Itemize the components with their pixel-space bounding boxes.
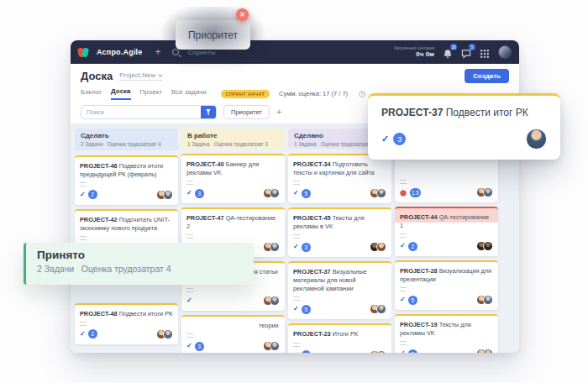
assignee-avatars [370,188,386,198]
accepted-meta: 2 Задачи Оценка трудозатрат 4 [37,264,243,274]
task-card[interactable]: PROJECT-48 Подвести итоги РК 2 [75,303,178,344]
assignee-avatars [476,349,493,353]
checkmark-icon [293,352,299,354]
time-tracker-value: 0ч 0м [394,50,434,59]
description-icon [80,236,87,240]
assignee-avatars [263,296,280,306]
avatar [270,341,280,351]
estimate-badge: 5 [408,349,417,353]
add-filter-icon[interactable] [276,108,281,117]
task-card[interactable]: PROJECT-28 Визуализация для презентации … [395,260,498,310]
card-title: PROJECT-23 Итоги РК [293,330,386,338]
search-box [81,105,217,119]
column-header[interactable]: В работе 1 Задача Оценка трудозатрат 3 [181,129,285,149]
column-done: Сделано 1 Задача Оценка трудозатрат PROJ… [288,129,391,353]
app-logo-icon [78,47,89,58]
checkmark-icon [400,350,406,353]
column-todo: Сделать 2 Задачи Оценка трудозатрат 4 PR… [75,129,178,353]
apps-grid-button[interactable] [480,47,490,57]
avatar [270,242,280,252]
card-title: PROJECT-19 Тексты для рекламы VK [400,321,493,338]
notifications-button[interactable]: 26 [443,47,453,57]
task-card[interactable]: PROJECT-37 Визуальные материалы для ново… [288,261,391,319]
priority-filter-chip[interactable]: Приоритет [223,105,270,119]
description-icon [80,182,87,186]
user-avatar[interactable] [498,45,512,59]
avatar [483,187,493,197]
tab-project[interactable]: Проект [140,88,162,99]
avatar [376,188,386,198]
avatar [376,304,386,314]
avatar [163,329,173,339]
time-tracker[interactable]: Затрачено сегодня 0ч 0м [394,45,434,60]
checkmark-icon [186,190,192,197]
avatar [483,349,493,353]
task-card[interactable]: PROJECT-45 Тексты для рекламы в VK 3 [288,207,391,257]
tab-backlog[interactable]: Бэклог [81,88,102,99]
assignee-avatars [370,304,386,314]
time-tracker-label: Затрачено сегодня [394,45,434,51]
avatar [270,296,280,306]
help-icon[interactable] [359,91,365,97]
blocker-icon [401,191,406,196]
description-icon [186,181,193,185]
create-button[interactable]: Создать [465,69,509,83]
assignee-avatars [370,350,386,354]
accepted-title: Принято [37,249,243,261]
description-icon [400,180,407,184]
task-card[interactable]: PROJECT-34 Подготовить тексты и картинки… [288,154,391,203]
task-popup[interactable]: PROJECT-37 Подвести итог РК 3 [368,93,560,160]
task-card[interactable]: PROJECT-19 Тексты для рекламы VK 5 [395,314,498,353]
avatar [376,350,386,354]
close-icon[interactable] [236,8,249,21]
tab-board[interactable]: Доска [111,87,130,100]
description-icon [400,341,407,345]
card-title: теории [186,322,280,330]
funnel-icon [206,109,211,116]
task-card[interactable]: 1.5 [395,154,498,202]
column-header[interactable]: Сделать 2 Задачи Оценка трудозатрат 4 [75,129,178,150]
priority-tooltip: Приоритет [176,20,250,50]
description-icon [80,322,87,326]
project-selector[interactable]: Project.New [119,71,162,81]
estimate-badge: 3 [302,243,311,252]
checkmark-icon [293,244,299,250]
popup-title: PROJECT-37 Подвести итог РК [381,107,547,118]
checkmark-icon [400,243,406,249]
checkmark-icon [293,190,299,197]
app-name: Аспро.Agile [97,48,143,56]
checkmark-icon [381,134,389,144]
estimate-badge: 2 [408,242,417,251]
topbar: Аспро.Agile + Спринты Затрачено сегодня … [71,40,519,64]
assignee-avatars [263,341,280,351]
column-accepted: 1.5 PROJECT-44 QA-тестирование 1 2 PROJE… [395,129,498,353]
card-title: PROJECT-34 Подготовить тексты и картинки… [293,160,386,177]
task-card[interactable]: PROJECT-23 Итоги РК 5 [288,323,391,353]
page-header: Доска Project.New Создать [71,64,519,87]
checkmark-icon [293,306,299,312]
accepted-column-popup: Принято 2 Задачи Оценка трудозатрат 4 [24,243,254,285]
filter-button[interactable] [201,105,216,119]
avatar [376,242,386,252]
task-card[interactable]: PROJECT-40 Баннер для рекламы VK 3 [181,154,285,203]
assignee-avatars [476,187,493,197]
task-card[interactable]: теории 3 [181,315,285,353]
task-card[interactable]: PROJECT-46 Подвести итоги предыдущей РК … [75,155,178,205]
assignee-avatar [526,129,547,150]
checkmark-icon [80,331,86,338]
estimate-badge: 5 [302,189,311,198]
assignee-avatars [476,241,493,251]
task-card[interactable]: PROJECT-44 QA-тестирование 1 2 [395,207,498,256]
estimate-badge: 3 [195,342,204,351]
tab-all-tasks[interactable]: Все задачи [171,88,207,99]
estimate-badge: 3 [393,133,406,145]
messages-button[interactable]: 5 [461,47,471,57]
checkmark-icon [186,297,192,304]
description-icon [186,333,193,338]
sprint-status-badge: СПРИНТ НАЧАТ [221,90,270,98]
estimate-badge: 3 [195,189,204,198]
search-input[interactable] [81,108,201,116]
assignee-avatars [476,295,493,305]
checkmark-icon [186,343,192,349]
estimate-badge: 1.5 [410,188,421,197]
